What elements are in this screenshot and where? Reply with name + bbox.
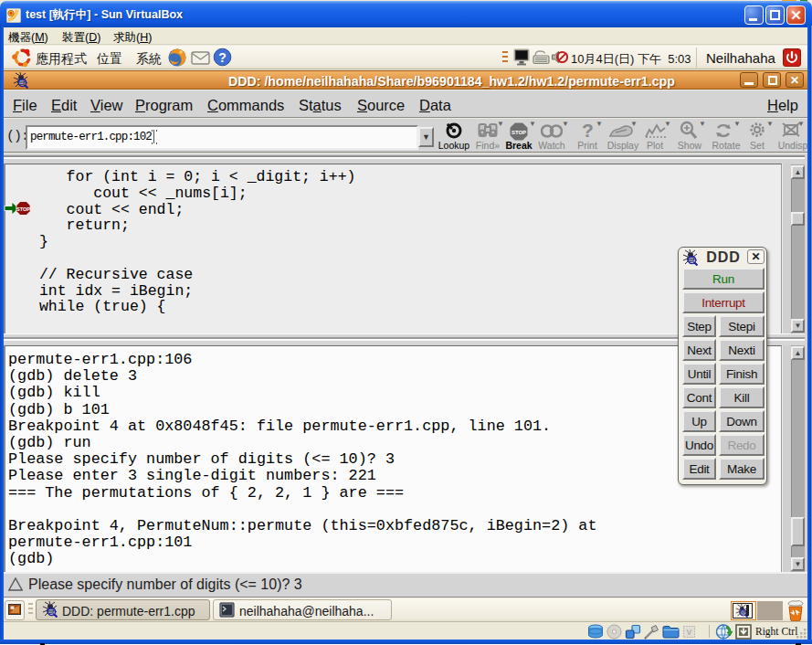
svg-text:STOP: STOP	[511, 130, 526, 135]
svg-text:V: V	[686, 628, 691, 637]
svg-text:?: ?	[218, 50, 227, 65]
svg-text:STOP: STOP	[16, 206, 30, 212]
